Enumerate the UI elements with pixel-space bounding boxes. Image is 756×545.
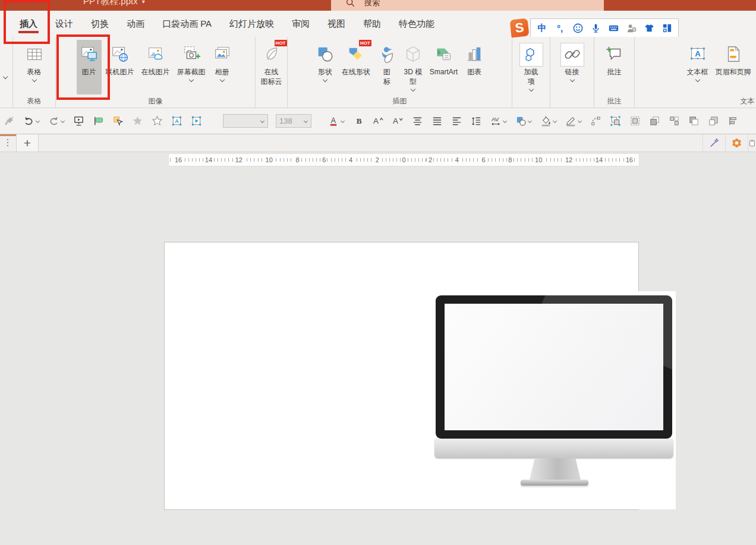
- shape-fill-icon[interactable]: [540, 115, 557, 127]
- punctuation-icon[interactable]: °,: [554, 22, 566, 34]
- layer-order-icon[interactable]: [707, 115, 719, 127]
- ruler-number: 14: [594, 154, 604, 166]
- ribbon-button-屏幕截图[interactable]: 屏幕截图: [174, 40, 209, 94]
- ribbon-tab-row: 插入设计切换动画口袋动画 PA幻灯片放映审阅视图帮助特色功能 S 中°,: [0, 11, 756, 37]
- strip-menu-icon[interactable]: [7, 139, 8, 146]
- chevron-down-icon: [411, 87, 415, 92]
- ribbon-button-图表[interactable]: 图表: [462, 40, 487, 94]
- chevron-down-icon: [695, 78, 700, 83]
- search-icon: [345, 0, 356, 8]
- ribbon-button-链接[interactable]: 链接: [557, 40, 587, 94]
- undo-icon: [23, 115, 34, 127]
- tab-幻灯片放映[interactable]: 幻灯片放映: [220, 11, 283, 36]
- char-spacing-icon[interactable]: AV: [490, 115, 507, 127]
- ribbon-button-批注[interactable]: 批注: [602, 40, 627, 94]
- keyboard-icon[interactable]: [607, 22, 619, 34]
- ribbon-button-图标[interactable]: 图 标: [374, 40, 399, 94]
- ribbon-button-在线图标云[interactable]: HOT在线 图标云: [258, 40, 285, 94]
- font-name-combo[interactable]: [223, 114, 268, 128]
- ribbon-button-SmartArt[interactable]: SmartArt: [427, 40, 461, 94]
- line-spacing-icon[interactable]: [470, 115, 482, 127]
- present-from-start-icon[interactable]: [73, 115, 84, 127]
- strip-right-icons: [703, 134, 756, 152]
- redo-icon[interactable]: [48, 115, 65, 127]
- bring-to-front-icon[interactable]: [648, 115, 660, 127]
- undo-icon[interactable]: [23, 115, 40, 127]
- align-center-icon[interactable]: [411, 115, 423, 127]
- shape-preset-icon[interactable]: [515, 115, 532, 127]
- document-title[interactable]: PPT教程.pptx ▾: [83, 0, 145, 7]
- arrange-objects-icon[interactable]: [668, 115, 680, 127]
- present-current-icon[interactable]: [92, 115, 104, 127]
- settings-gear-icon[interactable]: [725, 134, 748, 152]
- magic-wand-icon[interactable]: [703, 134, 725, 152]
- distribute-objects-icon[interactable]: [629, 115, 641, 127]
- horizontal-ruler[interactable]: 1614121086420246810121416: [168, 153, 640, 166]
- ribbon-button-在线形状[interactable]: HOT在线形状: [339, 40, 373, 94]
- decrease-font-icon[interactable]: A: [392, 115, 404, 127]
- tab-插入[interactable]: 插入: [11, 11, 46, 36]
- star-icon[interactable]: [131, 115, 143, 127]
- align-left-icon[interactable]: [451, 115, 462, 127]
- increase-font-icon[interactable]: A: [372, 115, 384, 127]
- ribbon-button-在线图片[interactable]: 在线图片: [138, 40, 173, 94]
- select-object-icon[interactable]: [112, 115, 124, 127]
- tab-口袋动画 PA[interactable]: 口袋动画 PA: [153, 11, 220, 36]
- ruler-number: 12: [234, 154, 244, 166]
- pin-slash-icon[interactable]: [3, 115, 15, 127]
- draw-textbox-icon[interactable]: A: [171, 115, 182, 127]
- ribbon-button-页眉和页脚[interactable]: 页眉和页脚: [713, 40, 754, 94]
- tab-动画[interactable]: 动画: [118, 11, 153, 36]
- edit-shape-icon[interactable]: [590, 115, 601, 127]
- mic-icon[interactable]: [590, 22, 601, 34]
- align-center-icon: [411, 115, 423, 127]
- ruler-number: 8: [507, 154, 513, 166]
- tab-帮助[interactable]: 帮助: [354, 11, 390, 36]
- ribbon-button-label: 文本框: [687, 67, 708, 77]
- slide-tab-strip: +: [0, 134, 756, 152]
- media-placeholder-icon[interactable]: [190, 115, 202, 127]
- tab-切换[interactable]: 切换: [82, 11, 118, 36]
- ruler-number: 10: [264, 154, 274, 166]
- toolbox-icon[interactable]: [661, 22, 673, 34]
- font-color-icon[interactable]: A: [327, 115, 345, 127]
- ribbon-button-相册[interactable]: 相册: [210, 40, 235, 94]
- sogou-logo-icon[interactable]: S: [510, 18, 530, 38]
- ribbon-more-chevron[interactable]: [3, 75, 8, 80]
- tab-审阅[interactable]: 审阅: [283, 11, 319, 36]
- ribbon-button-加载项[interactable]: 加载 项: [516, 40, 546, 94]
- ribbon-button-文本框[interactable]: A文本框: [684, 40, 711, 94]
- star-outline-icon[interactable]: [151, 115, 163, 127]
- justify-icon[interactable]: [431, 115, 443, 127]
- send-to-back-icon[interactable]: [688, 115, 700, 127]
- ribbon-button-形状[interactable]: 形状: [313, 40, 338, 94]
- chevron-down-icon: [570, 78, 575, 83]
- svg-text:A: A: [175, 118, 179, 124]
- shape-outline-icon[interactable]: [565, 115, 582, 127]
- ribbon-button-3D 模型[interactable]: 3D 模 型: [401, 40, 426, 94]
- group-objects-icon[interactable]: [609, 115, 621, 127]
- align-left-icon: [451, 115, 462, 127]
- duck-icon: [377, 42, 396, 67]
- font-size-combo[interactable]: 138: [276, 114, 311, 128]
- tab-视图[interactable]: 视图: [319, 11, 354, 36]
- emoji-icon[interactable]: [572, 22, 584, 34]
- inserted-picture-imac[interactable]: [419, 291, 676, 509]
- chinese-mode-icon[interactable]: 中: [536, 22, 548, 34]
- edit-shape-icon: [590, 115, 601, 127]
- ribbon-button-图片[interactable]: 图片: [77, 40, 102, 94]
- header-footer-icon: [724, 42, 743, 67]
- skin-icon[interactable]: [643, 22, 655, 34]
- ribbon-button-表格[interactable]: 表格: [22, 40, 47, 94]
- ribbon-group-label: 文本: [635, 96, 756, 106]
- align-objects-icon[interactable]: [727, 115, 739, 127]
- bold-icon[interactable]: B: [352, 115, 364, 127]
- clipboard-icon[interactable]: [748, 134, 756, 152]
- new-slide-tab-button[interactable]: +: [16, 134, 39, 152]
- album-icon: [213, 42, 232, 67]
- search-box[interactable]: 搜索: [331, 0, 604, 11]
- user-icon[interactable]: [625, 22, 637, 34]
- tab-设计[interactable]: 设计: [46, 11, 82, 36]
- ribbon-button-联机图片[interactable]: 联机图片: [103, 40, 137, 94]
- tab-特色功能[interactable]: 特色功能: [390, 11, 443, 36]
